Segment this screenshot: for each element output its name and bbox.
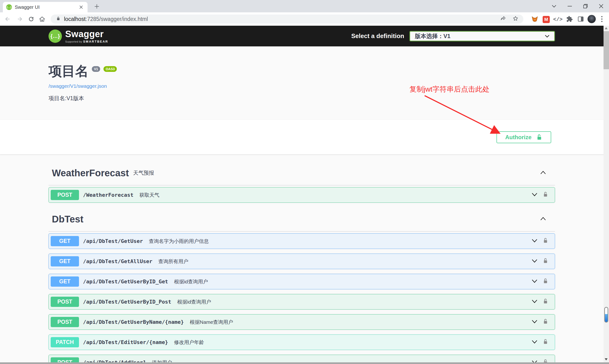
lock-icon[interactable] — [543, 298, 548, 305]
operation-path: /WeatherForecast — [83, 192, 133, 198]
side-panel-icon[interactable] — [575, 16, 586, 23]
operation-path: /api/DbTest/GetAllUser — [83, 258, 152, 264]
browser-toolbar: localhost:7285/swagger/index.html M </> — [0, 12, 609, 26]
method-badge: GET — [51, 236, 79, 246]
method-badge: GET — [51, 256, 79, 266]
chevron-down-icon[interactable] — [532, 279, 537, 284]
chevron-down-icon[interactable] — [532, 239, 537, 244]
operation-description: 查询名字为小雨的用户信息 — [149, 238, 209, 245]
operation-row[interactable]: POST /api/DbTest/GetUserByID_Post 根据id查询… — [49, 294, 555, 310]
unlock-icon — [536, 134, 542, 141]
chevron-up-icon[interactable] — [540, 217, 546, 222]
operations-area: WeatherForecast 天气预报 POST /WeatherForeca… — [0, 167, 609, 364]
method-badge: PATCH — [51, 337, 79, 347]
operation-row[interactable]: GET /api/DbTest/GetUser 查询名字为小雨的用户信息 — [49, 234, 555, 249]
api-description: 项目名:V1版本 — [49, 95, 609, 102]
lock-icon[interactable] — [543, 237, 548, 245]
chevron-down-icon[interactable] — [532, 259, 537, 264]
section-title: WeatherForecast — [52, 167, 129, 179]
operation-path: /api/DbTest/GetUserByName/{name} — [83, 319, 184, 325]
method-badge: POST — [51, 297, 79, 307]
section-header-dbtest[interactable]: DbTest — [49, 213, 555, 232]
swagger-topbar: {…} Swagger Supported bySMARTBEAR Select… — [0, 26, 609, 46]
window-controls — [546, 0, 609, 12]
profile-avatar[interactable] — [586, 15, 597, 24]
reload-icon[interactable] — [28, 16, 35, 23]
operation-description: 根据id查询用户 — [177, 299, 211, 305]
method-badge: POST — [51, 317, 79, 327]
chevron-down-icon — [545, 33, 550, 39]
window-bottom-edge — [0, 362, 609, 364]
operation-row[interactable]: PATCH /api/DbTest/EditUser/{name} 修改用户年龄 — [49, 335, 555, 350]
lock-icon[interactable] — [543, 191, 548, 199]
operation-row[interactable]: GET /api/DbTest/GetAllUser 查询所有用户 — [49, 254, 555, 269]
chevron-down-icon[interactable] — [532, 299, 537, 304]
smartbear-tagline: Supported bySMARTBEAR — [65, 40, 108, 43]
jwt-annotation-text: 复制jwt字符串后点击此处 — [409, 84, 490, 94]
operation-path: /api/DbTest/GetUserByID_Post — [83, 299, 171, 305]
chevron-down-icon[interactable] — [532, 193, 537, 197]
select-definition-label: Select a definition — [351, 32, 404, 40]
extension-icons: M </> — [529, 15, 607, 24]
close-window-button[interactable] — [593, 0, 609, 12]
chevron-up-icon[interactable] — [540, 170, 546, 176]
api-info-section: 项目名 V1 OAS3 /swagger/V1/swagger.json 项目名… — [0, 46, 609, 120]
tab-close-icon[interactable] — [78, 4, 84, 10]
chevron-down-icon[interactable] — [532, 320, 537, 325]
tab-search-chevron-icon[interactable] — [546, 0, 562, 12]
scheme-container: Authorize — [0, 120, 609, 154]
swagger-logo: {…} Swagger Supported bySMARTBEAR — [49, 29, 108, 43]
home-icon[interactable] — [39, 16, 45, 23]
lock-icon[interactable] — [543, 258, 548, 265]
swagger-logo-text: Swagger — [65, 29, 108, 39]
url-bar[interactable]: localhost:7285/swagger/index.html — [51, 14, 523, 24]
operation-row[interactable]: POST /api/DbTest/GetUserByName/{name} 根据… — [49, 314, 555, 330]
chevron-down-icon[interactable] — [532, 340, 537, 345]
scrollbar-down-arrow-icon[interactable] — [605, 358, 608, 360]
scroll-progress-widget[interactable] — [604, 307, 608, 323]
share-icon[interactable] — [500, 15, 506, 23]
browser-tab[interactable]: {…} Swagger UI — [3, 2, 88, 12]
authorize-label: Authorize — [505, 134, 532, 141]
maximize-button[interactable] — [578, 0, 593, 12]
metamask-icon[interactable] — [529, 15, 541, 24]
scrollbar-up-arrow-icon[interactable] — [605, 27, 608, 29]
definition-select[interactable]: 版本选择：V1 — [409, 31, 555, 41]
section-description: 天气预报 — [133, 169, 154, 177]
code-extension-icon[interactable]: </> — [552, 17, 564, 23]
lock-icon[interactable] — [543, 318, 548, 326]
method-badge: GET — [51, 276, 79, 287]
lock-icon[interactable] — [543, 278, 548, 285]
extensions-puzzle-icon[interactable] — [564, 16, 575, 23]
operation-description: 根据id查询用户 — [174, 278, 208, 285]
operation-description: 修改用户年龄 — [174, 339, 204, 346]
method-badge: POST — [51, 190, 79, 200]
section-title: DbTest — [52, 213, 83, 225]
operation-path: /api/DbTest/GetUser — [83, 238, 143, 244]
swagger-favicon-icon: {…} — [6, 4, 12, 10]
new-tab-button[interactable] — [93, 2, 101, 11]
lock-icon[interactable] — [543, 338, 548, 346]
section-header-weatherforecast[interactable]: WeatherForecast 天气预报 — [49, 167, 555, 185]
definition-select-value: 版本选择：V1 — [415, 32, 450, 40]
scrollbar-thumb[interactable] — [604, 31, 609, 69]
operation-row[interactable]: GET /api/DbTest/GetUserByID_Get 根据id查询用户 — [49, 274, 555, 289]
minimize-button[interactable] — [562, 0, 578, 12]
forward-icon[interactable] — [16, 16, 23, 23]
spec-json-link[interactable]: /swagger/V1/swagger.json — [49, 83, 107, 89]
mail-extension-icon[interactable]: M — [541, 16, 552, 23]
https-lock-icon[interactable] — [56, 16, 61, 22]
back-icon[interactable] — [4, 16, 11, 23]
api-title: 项目名 — [49, 64, 89, 78]
bookmark-star-icon[interactable] — [512, 15, 518, 23]
annotation-arrow — [421, 93, 509, 141]
browser-menu-icon[interactable] — [597, 16, 607, 23]
tab-title: Swagger UI — [15, 4, 78, 10]
operation-description: 查询所有用户 — [158, 258, 188, 265]
operation-path: /api/DbTest/EditUser/{name} — [83, 339, 168, 345]
operation-row[interactable]: POST /WeatherForecast 获取天气 — [49, 187, 555, 203]
browser-tabstrip: {…} Swagger UI — [0, 0, 609, 12]
swagger-logo-icon: {…} — [49, 29, 62, 43]
version-badge: V1 — [92, 66, 100, 72]
operation-path: /api/DbTest/GetUserByID_Get — [83, 279, 168, 285]
